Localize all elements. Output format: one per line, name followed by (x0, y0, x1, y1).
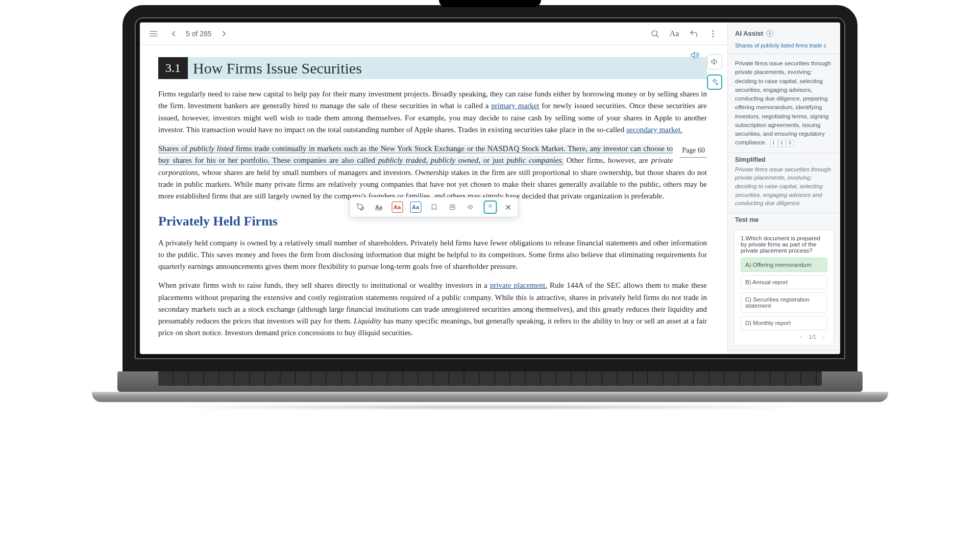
page-indicator: 5 of 285 (186, 30, 212, 38)
svg-point-8 (713, 31, 714, 32)
summary-page-chip[interactable]: 3 (787, 140, 794, 147)
ai-assist-sidebar: AI Assist i Shares of publicly listed fi… (728, 22, 840, 354)
read-aloud-top-icon[interactable] (688, 48, 702, 62)
app-screen: 5 of 285 Aa (140, 22, 840, 354)
audio-float-icon[interactable] (707, 54, 722, 69)
content-area: 3.1 How Firms Issue Securities Firms reg… (140, 45, 727, 354)
simplified-heading: Simplified (735, 156, 833, 163)
prev-page-icon[interactable] (166, 27, 181, 41)
reader-pane: 5 of 285 Aa (140, 22, 728, 354)
svg-point-3 (150, 31, 151, 32)
laptop-mockup: 5 of 285 Aa (122, 5, 857, 409)
more-icon[interactable] (706, 27, 720, 41)
svg-rect-13 (450, 205, 454, 209)
info-icon[interactable]: i (766, 30, 773, 37)
svg-marker-12 (712, 59, 715, 65)
speak-selection-icon[interactable] (465, 202, 476, 213)
note-icon[interactable] (447, 202, 458, 213)
quiz-prev-icon[interactable] (797, 333, 804, 340)
ai-float-icon[interactable] (707, 74, 722, 90)
quiz-option[interactable]: D) Monthly report (741, 316, 827, 330)
text-settings-icon[interactable]: Aa (667, 27, 681, 41)
primary-market-link[interactable]: primary market (491, 102, 539, 110)
svg-point-10 (713, 36, 714, 37)
sidebar-title: AI Assist (735, 30, 763, 37)
sidebar-summary: Private firms issue securities through p… (728, 54, 840, 153)
quiz-option[interactable]: B) Annual report (741, 275, 827, 289)
svg-point-5 (150, 36, 151, 36)
close-selection-toolbar-icon[interactable]: ✕ (504, 203, 512, 212)
toc-icon[interactable] (147, 27, 161, 41)
paragraph-1: Firms regularly need to raise new capita… (158, 88, 707, 136)
style-red-icon[interactable]: Aa (391, 202, 403, 213)
svg-line-7 (656, 35, 658, 37)
top-toolbar: 5 of 285 Aa (140, 22, 727, 45)
quiz-next-icon[interactable] (820, 333, 827, 340)
paragraph-2: Shares of publicly listed firms trade co… (158, 143, 707, 202)
private-placement-link[interactable]: private placement. (490, 281, 547, 289)
svg-marker-16 (468, 205, 471, 209)
chapter-title: How Firms Issue Securities (193, 60, 362, 77)
summary-page-chip[interactable]: 1 (770, 140, 777, 147)
svg-marker-11 (691, 52, 695, 58)
quiz-option[interactable]: C) Securities registration statement (741, 292, 827, 313)
quiz-pager-label: 1/1 (808, 334, 816, 340)
paragraph-4: When private firms wish to raise funds, … (158, 280, 707, 339)
secondary-market-link[interactable]: secondary market. (626, 126, 682, 134)
svg-point-4 (150, 33, 151, 34)
ai-selection-icon[interactable] (483, 201, 497, 214)
svg-point-9 (713, 33, 714, 34)
quiz-option[interactable]: A) Offering memorandum (741, 258, 827, 272)
testme-heading: Test me (735, 216, 833, 223)
selection-toolbar: Aa Aa Aa (349, 197, 518, 217)
page-number-float: Page 60 (680, 144, 707, 158)
bookmark-icon[interactable] (428, 202, 439, 213)
search-icon[interactable] (648, 27, 662, 41)
summary-page-chip[interactable]: 2 (778, 140, 786, 147)
highlight-pen-icon[interactable] (355, 202, 366, 213)
next-page-icon[interactable] (217, 27, 231, 41)
undo-icon[interactable] (687, 27, 701, 41)
quiz-card: 1.Which document is prepared by private … (734, 230, 834, 346)
style-blue-icon[interactable]: Aa (410, 202, 421, 213)
chapter-heading: 3.1 How Firms Issue Securities (158, 57, 707, 79)
simplified-body: Private firms issue securities through p… (728, 165, 840, 213)
style-underline-icon[interactable]: Aa (373, 202, 384, 213)
quiz-question: 1.Which document is prepared by private … (741, 235, 827, 254)
svg-point-6 (652, 31, 657, 36)
paragraph-3: A privately held company is owned by a r… (158, 237, 707, 273)
sidebar-source-link[interactable]: Shares of publicly listed firms trade c (728, 42, 840, 54)
chapter-number: 3.1 (158, 57, 188, 79)
